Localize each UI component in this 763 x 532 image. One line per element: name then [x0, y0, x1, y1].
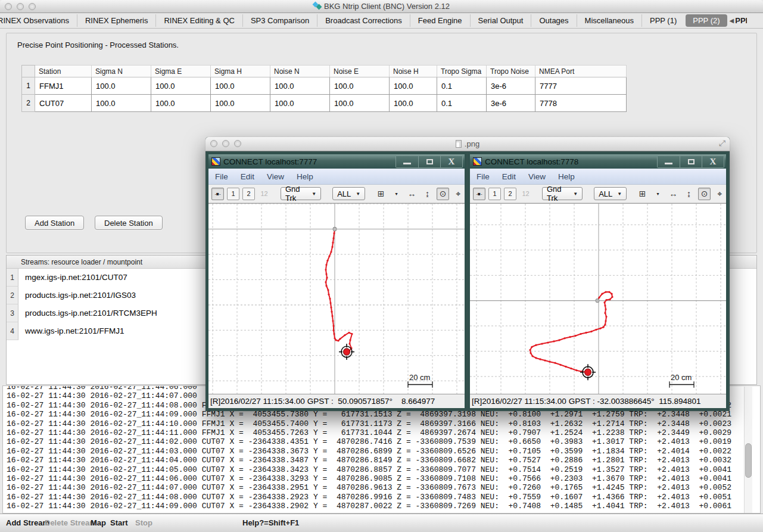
row-number-header: [22, 66, 35, 77]
table-cell[interactable]: 100.0: [151, 95, 211, 112]
track-center-button[interactable]: ⌖: [452, 188, 465, 200]
connect-button[interactable]: -■-: [211, 188, 224, 200]
toolbar-start[interactable]: Start: [110, 518, 128, 527]
table-cell[interactable]: 3e-6: [487, 95, 535, 112]
resize-grip-icon[interactable]: ⤢: [719, 138, 725, 148]
table-cell[interactable]: 7778: [535, 95, 627, 112]
zoom-cursor-button[interactable]: ⊞: [375, 188, 387, 200]
table-cell[interactable]: 100.0: [390, 95, 437, 112]
tab-broadcast-corrections[interactable]: Broadcast Corrections: [317, 14, 410, 27]
minimize-button[interactable]: [396, 156, 418, 167]
menu-help[interactable]: Help: [558, 172, 575, 181]
menu-view[interactable]: View: [528, 172, 546, 181]
menu-file[interactable]: File: [215, 172, 228, 181]
ground-track-plot[interactable]: 20 cm: [470, 203, 726, 394]
table-cell[interactable]: 100.0: [211, 95, 270, 112]
table-cell[interactable]: 7777: [535, 77, 627, 95]
rtkplot-window-7777[interactable]: CONNECT localhost:7777 X File Edit View …: [207, 153, 466, 409]
table-cell[interactable]: 3e-6: [487, 77, 535, 95]
window-controls: X: [395, 155, 463, 168]
plot-12-button[interactable]: 12: [258, 188, 270, 200]
delete-station-button[interactable]: Delete Station: [95, 216, 163, 230]
png-viewer-window[interactable]: .png ⤢ CONNECT localhost:7777 X File Edi…: [205, 137, 730, 411]
table-cell[interactable]: 100.0: [330, 77, 390, 95]
rtk-titlebar[interactable]: CONNECT localhost:7777 X: [208, 154, 465, 169]
tab-sp3-comparison[interactable]: SP3 Comparison: [242, 14, 317, 27]
plot-type-dropdown[interactable]: Gnd Trk▼: [281, 187, 321, 200]
png-viewer-titlebar[interactable]: .png ⤢: [205, 137, 730, 151]
minimize-button[interactable]: [658, 156, 680, 167]
menu-edit[interactable]: Edit: [502, 172, 516, 181]
fit-vertical-button[interactable]: ↨: [421, 188, 434, 200]
tab-rinex-ephemeris[interactable]: RINEX Ephemeris: [77, 14, 155, 27]
tab-outages[interactable]: Outages: [531, 14, 576, 27]
table-cell[interactable]: 100.0: [92, 77, 151, 95]
tab-serial-output[interactable]: Serial Output: [470, 14, 531, 27]
table-cell[interactable]: 100.0: [390, 77, 437, 95]
tab-overflow-clipped[interactable]: PPP: [735, 16, 747, 25]
close-button[interactable]: X: [702, 156, 724, 167]
zoom-cursor-button[interactable]: ⊞: [636, 188, 649, 200]
center-origin-button[interactable]: ⊙: [698, 188, 711, 200]
tab-scroll-left-icon[interactable]: ◀: [728, 17, 736, 24]
table-cell[interactable]: 0.1: [437, 95, 487, 112]
tab-rinex-observations[interactable]: RINEX Observations: [0, 14, 77, 27]
maximize-button[interactable]: [418, 156, 440, 167]
table-cell[interactable]: 100.0: [151, 77, 211, 95]
rtk-titlebar[interactable]: CONNECT localhost:7778 X: [470, 154, 726, 169]
satellite-dropdown[interactable]: ALL▼: [594, 187, 627, 200]
ground-track-plot[interactable]: 20 cm: [208, 203, 465, 394]
row-number-cell[interactable]: 1: [22, 77, 35, 95]
maximize-icon: [688, 159, 695, 164]
cursor-menu-button[interactable]: ▾: [390, 188, 403, 200]
rtk-window-title: CONNECT localhost:7778: [485, 157, 578, 166]
table-cell[interactable]: CUT07: [35, 95, 92, 112]
menu-help[interactable]: Help: [297, 172, 313, 181]
main-titlebar[interactable]: BKG Ntrip Client (BNC) Version 2.12: [0, 0, 763, 13]
center-origin-button[interactable]: ⊙: [437, 188, 449, 200]
row-number-cell[interactable]: 2: [22, 95, 35, 112]
maximize-button[interactable]: [680, 156, 702, 167]
table-header-row: StationSigma NSigma ESigma HNoise NNoise…: [22, 66, 627, 77]
cursor-menu-button[interactable]: ▾: [652, 188, 664, 200]
fit-horizontal-button[interactable]: ↔: [667, 188, 680, 200]
toolbar-map[interactable]: Map: [91, 518, 106, 527]
add-station-button[interactable]: Add Station: [25, 216, 84, 230]
center-icon: ⊙: [701, 189, 708, 198]
plot-12-button[interactable]: 12: [519, 188, 532, 200]
plot-1-button[interactable]: 1: [488, 188, 501, 200]
table-cell[interactable]: 100.0: [211, 77, 270, 95]
tab-feed-engine[interactable]: Feed Engine: [410, 14, 470, 27]
plot-1-button[interactable]: 1: [227, 188, 239, 200]
toolbar-stop: Stop: [135, 518, 152, 527]
rtkplot-window-7778[interactable]: CONNECT localhost:7778 X File Edit View …: [468, 153, 728, 409]
log-scrollbar[interactable]: [744, 387, 752, 514]
plot-type-dropdown[interactable]: Gnd Trk▼: [542, 187, 583, 200]
svg-text:20 cm: 20 cm: [409, 373, 430, 382]
tab-ppp-1-[interactable]: PPP (1): [641, 14, 684, 27]
table-cell[interactable]: FFMJ1: [35, 77, 92, 95]
menu-file[interactable]: File: [477, 172, 490, 181]
table-cell[interactable]: 100.0: [270, 95, 330, 112]
log-scrollbar-thumb[interactable]: [745, 443, 752, 478]
table-cell[interactable]: 100.0: [270, 77, 330, 95]
table-cell[interactable]: 100.0: [92, 95, 151, 112]
tab-ppp-2-[interactable]: PPP (2): [686, 14, 727, 27]
rtkplot-app-icon: [211, 157, 220, 166]
table-cell[interactable]: 100.0: [330, 95, 390, 112]
fit-horizontal-button[interactable]: ↔: [406, 188, 418, 200]
fit-vertical-button[interactable]: ↨: [683, 188, 695, 200]
tab-rinex-editing-qc[interactable]: RINEX Editing & QC: [155, 14, 242, 27]
close-button[interactable]: X: [440, 156, 462, 167]
connect-button[interactable]: -■-: [473, 188, 485, 200]
table-cell[interactable]: 0.1: [437, 77, 487, 95]
tab-miscellaneous[interactable]: Miscellaneous: [577, 14, 641, 27]
plot-2-button[interactable]: 2: [242, 188, 255, 200]
rtk-menubar: File Edit View Help: [470, 169, 726, 185]
toolbar-add-stream[interactable]: Add Stream: [6, 518, 49, 527]
menu-view[interactable]: View: [267, 172, 284, 181]
track-center-button[interactable]: ⌖: [714, 188, 726, 200]
plot-2-button[interactable]: 2: [504, 188, 516, 200]
satellite-dropdown[interactable]: ALL▼: [332, 187, 365, 200]
menu-edit[interactable]: Edit: [241, 172, 254, 181]
